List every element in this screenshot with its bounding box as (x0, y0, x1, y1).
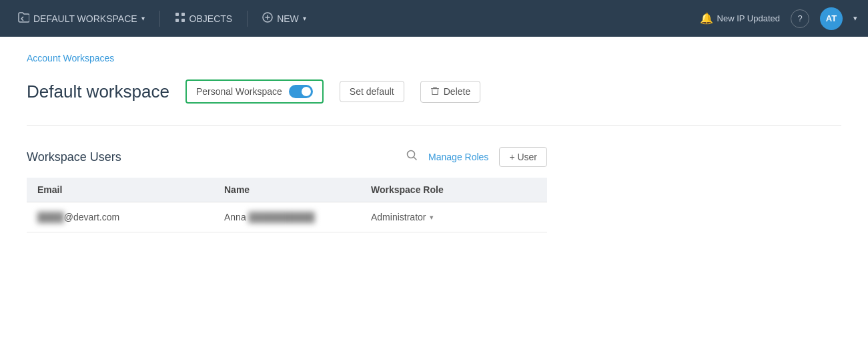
plus-circle-icon (262, 12, 273, 25)
new-chevron-icon: ▾ (303, 15, 306, 22)
top-navigation: DEFAULT WORKSPACE ▾ OBJECTS (0, 0, 868, 37)
notification-text: New IP Updated (717, 13, 780, 23)
trash-icon (430, 86, 440, 98)
section-divider (27, 125, 841, 126)
bell-icon: 🔔 (700, 12, 713, 25)
help-button[interactable]: ? (791, 9, 809, 28)
nav-divider-1 (159, 11, 160, 27)
delete-button[interactable]: Delete (420, 81, 480, 103)
help-label: ? (797, 13, 802, 23)
role-label: Administrator (371, 212, 426, 222)
workspace-header: Default workspace Personal Workspace Set… (27, 79, 841, 104)
add-user-label: + User (509, 152, 537, 162)
svg-rect-5 (431, 88, 439, 89)
avatar-chevron-icon[interactable]: ▾ (853, 14, 857, 23)
email-prefix-blurred: ████ (37, 212, 64, 222)
svg-point-7 (408, 151, 415, 158)
set-default-button[interactable]: Set default (340, 81, 404, 102)
users-title: Workspace Users (27, 150, 406, 164)
personal-workspace-switch[interactable] (289, 85, 313, 98)
toggle-track (289, 85, 313, 98)
svg-rect-6 (433, 87, 437, 88)
set-default-label: Set default (350, 86, 394, 97)
svg-rect-3 (181, 19, 185, 22)
users-section: Workspace Users Manage Roles + User Emai… (27, 147, 547, 232)
new-menu[interactable]: NEW ▾ (256, 8, 313, 29)
main-content: Account Workspaces Default workspace Per… (0, 37, 868, 248)
role-chevron-icon[interactable]: ▾ (430, 213, 434, 222)
notification-bell[interactable]: 🔔 New IP Updated (700, 12, 780, 25)
table-header: Email Name Workspace Role (27, 178, 547, 202)
toggle-thumb (302, 87, 311, 96)
users-header: Workspace Users Manage Roles + User (27, 147, 547, 167)
workspace-title: Default workspace (27, 81, 169, 102)
user-role-cell: Administrator ▾ (360, 202, 547, 232)
personal-workspace-label: Personal Workspace (196, 86, 282, 97)
svg-rect-2 (175, 19, 179, 22)
nav-divider-2 (247, 11, 248, 27)
search-button[interactable] (406, 150, 418, 164)
table-header-row: Email Name Workspace Role (27, 178, 547, 202)
col-header-email: Email (27, 178, 213, 202)
user-avatar[interactable]: AT (820, 7, 843, 30)
add-user-button[interactable]: + User (499, 147, 547, 167)
user-email-cell: ████@devart.com (27, 202, 213, 232)
users-table: Email Name Workspace Role ████@devart.co… (27, 178, 547, 232)
grid-icon (175, 12, 185, 25)
new-label: NEW (277, 13, 299, 24)
workspace-chevron-icon: ▾ (141, 15, 145, 22)
avatar-initials: AT (826, 13, 837, 23)
workspace-label: DEFAULT WORKSPACE (33, 13, 137, 24)
svg-rect-0 (175, 13, 179, 16)
manage-roles-link[interactable]: Manage Roles (428, 152, 488, 162)
workspace-menu[interactable]: DEFAULT WORKSPACE ▾ (11, 7, 151, 29)
role-display: Administrator ▾ (371, 212, 536, 222)
personal-workspace-toggle[interactable]: Personal Workspace (185, 79, 324, 104)
users-actions: Manage Roles + User (406, 147, 547, 167)
workspace-icon (17, 11, 29, 25)
objects-label: OBJECTS (189, 13, 233, 24)
table-row: ████@devart.com Anna ██████████ Administ… (27, 202, 547, 232)
breadcrumb[interactable]: Account Workspaces (27, 53, 841, 63)
email-suffix: @devart.com (64, 212, 119, 222)
user-name-cell: Anna ██████████ (213, 202, 360, 232)
svg-rect-1 (181, 13, 185, 16)
name-blurred: ██████████ (249, 212, 315, 222)
delete-label: Delete (444, 86, 470, 97)
table-body: ████@devart.com Anna ██████████ Administ… (27, 202, 547, 232)
objects-menu[interactable]: OBJECTS (168, 8, 240, 29)
breadcrumb-label: Account Workspaces (27, 53, 114, 63)
col-header-role: Workspace Role (360, 178, 547, 202)
col-header-name: Name (213, 178, 360, 202)
